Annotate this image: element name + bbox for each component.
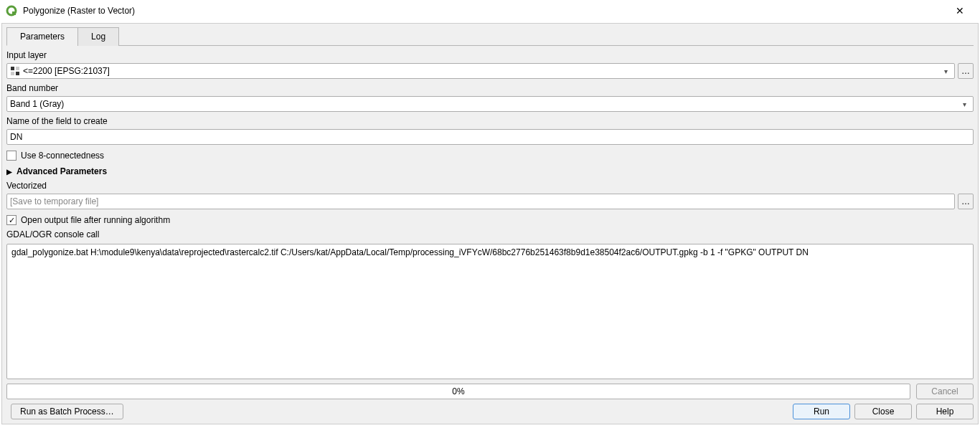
titlebar: Polygonize (Raster to Vector) ✕ bbox=[0, 0, 980, 22]
input-layer-value: <=2200 [EPSG:21037] bbox=[23, 66, 110, 76]
bottom-bar: 0% Cancel Run as Batch Process… Run Clos… bbox=[6, 384, 974, 419]
input-layer-browse-button[interactable]: … bbox=[958, 63, 974, 79]
console-call-box: gdal_polygonize.bat H:\module9\kenya\dat… bbox=[6, 244, 974, 379]
svg-rect-3 bbox=[16, 67, 19, 70]
chevron-down-icon: ▾ bbox=[940, 67, 951, 75]
console-call-label: GDAL/OGR console call bbox=[6, 229, 974, 239]
band-number-select[interactable]: Band 1 (Gray) ▾ bbox=[6, 96, 974, 112]
close-icon[interactable]: ✕ bbox=[946, 5, 974, 16]
field-name-label: Name of the field to create bbox=[6, 116, 974, 126]
dialog-body: Parameters Log Input layer <=2200 [EPSG:… bbox=[1, 23, 979, 424]
open-after-label: Open output file after running algorithm bbox=[21, 215, 170, 225]
console-call-text: gdal_polygonize.bat H:\module9\kenya\dat… bbox=[11, 247, 809, 257]
close-button[interactable]: Close bbox=[854, 404, 912, 419]
raster-icon bbox=[10, 66, 20, 76]
field-name-input[interactable] bbox=[6, 129, 974, 145]
tab-log-label: Log bbox=[91, 32, 105, 42]
run-button[interactable]: Run bbox=[793, 404, 850, 419]
window-title: Polygonize (Raster to Vector) bbox=[23, 6, 946, 16]
vectorized-placeholder: [Save to temporary file] bbox=[10, 196, 98, 206]
chevron-down-icon: ▾ bbox=[958, 100, 970, 108]
vectorized-label: Vectorized bbox=[6, 181, 974, 191]
batch-button[interactable]: Run as Batch Process… bbox=[11, 404, 123, 419]
vectorized-input[interactable]: [Save to temporary file] bbox=[6, 194, 955, 209]
advanced-label: Advanced Parameters bbox=[17, 166, 107, 176]
use-8conn-label: Use 8-connectedness bbox=[21, 151, 104, 161]
field-name-value[interactable] bbox=[10, 132, 970, 142]
tab-parameters-label: Parameters bbox=[20, 32, 65, 42]
input-layer-select[interactable]: <=2200 [EPSG:21037] ▾ bbox=[6, 63, 955, 79]
open-after-checkbox[interactable] bbox=[6, 215, 17, 225]
band-number-value: Band 1 (Gray) bbox=[10, 99, 958, 109]
tab-bar: Parameters Log bbox=[6, 27, 974, 46]
qgis-icon bbox=[6, 5, 17, 16]
vectorized-browse-button[interactable]: … bbox=[958, 194, 974, 209]
progress-text: 0% bbox=[452, 386, 464, 396]
band-number-label: Band number bbox=[6, 83, 974, 93]
input-layer-label: Input layer bbox=[6, 50, 974, 60]
svg-rect-2 bbox=[11, 67, 14, 70]
svg-rect-4 bbox=[11, 72, 14, 75]
svg-rect-1 bbox=[12, 11, 16, 15]
svg-rect-5 bbox=[16, 72, 19, 75]
parameters-panel: Input layer <=2200 [EPSG:21037] ▾ … Band… bbox=[6, 49, 974, 379]
triangle-right-icon: ▶ bbox=[6, 168, 12, 176]
tab-log[interactable]: Log bbox=[77, 27, 119, 46]
progress-bar: 0% bbox=[6, 384, 910, 399]
cancel-button[interactable]: Cancel bbox=[916, 384, 974, 399]
use-8conn-checkbox[interactable] bbox=[6, 151, 17, 161]
tab-parameters[interactable]: Parameters bbox=[6, 27, 78, 46]
advanced-parameters-toggle[interactable]: ▶ Advanced Parameters bbox=[6, 166, 974, 176]
help-button[interactable]: Help bbox=[916, 404, 974, 419]
